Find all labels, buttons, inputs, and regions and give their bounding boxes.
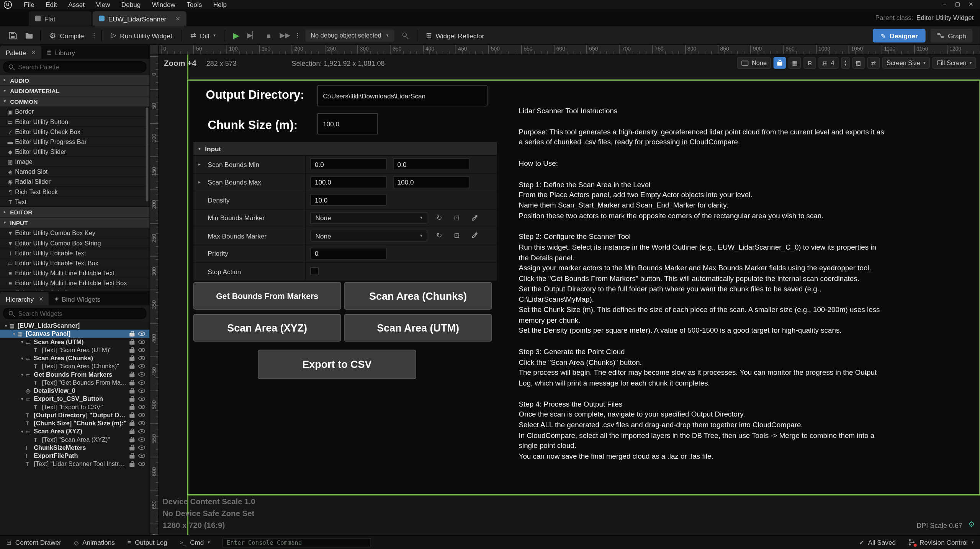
min-bounds-marker-dropdown[interactable]: None ▾ [310, 212, 427, 224]
get-bounds-button[interactable]: Get Bounds From Markers [193, 282, 341, 310]
palette-row[interactable]: I Editor Utility Editable Text [0, 248, 150, 258]
lock-icon[interactable] [129, 438, 134, 442]
palette-row[interactable]: ▼ Editor Utility Combo Box String [0, 239, 150, 248]
minimize-icon[interactable]: – [938, 0, 951, 10]
visibility-icon[interactable] [138, 397, 145, 401]
lock-icon[interactable] [129, 398, 134, 402]
menu-item[interactable]: File [18, 0, 40, 10]
lock-icon[interactable] [129, 455, 134, 459]
visibility-icon[interactable] [138, 348, 145, 352]
eyedropper-icon[interactable] [469, 230, 480, 241]
stop-action-checkbox[interactable] [310, 267, 318, 275]
visibility-icon[interactable] [138, 462, 145, 466]
hierarchy-row[interactable]: T [Output Directory] "Output Directory:" [0, 411, 150, 419]
density-input[interactable] [310, 194, 386, 206]
visibility-icon[interactable] [138, 445, 145, 449]
menu-item[interactable]: Help [208, 0, 232, 10]
visibility-icon[interactable] [138, 389, 145, 393]
expander-icon[interactable]: ▾ [198, 146, 201, 151]
palette-row[interactable]: ↕ Editor Utility Spin Box [0, 288, 150, 291]
use-selected-asset-icon[interactable]: ↻ [434, 230, 445, 241]
parent-class-value[interactable]: Editor Utility Widget [916, 14, 974, 21]
preview-background-button[interactable]: ▨ [852, 57, 865, 69]
menu-item[interactable]: Asset [62, 0, 90, 10]
menu-item[interactable]: Window [146, 0, 181, 10]
expander-icon[interactable]: ▾ [11, 331, 18, 336]
visibility-icon[interactable] [138, 405, 145, 409]
expander-icon[interactable]: ▸ [4, 88, 10, 93]
lock-icon[interactable] [129, 414, 134, 418]
advance-button[interactable]: ▶▶ [278, 28, 293, 43]
hierarchy-row[interactable]: T [Text] "Get Bounds From Markers" [0, 379, 150, 387]
designer-canvas-widget[interactable]: Output Directory: Chunk Size (m): ▾ Inpu… [187, 80, 980, 496]
hierarchy-search-input[interactable] [18, 310, 141, 317]
browse-asset-icon[interactable]: ⊡ [451, 230, 462, 241]
hierarchy-row[interactable]: ▾ ▭ Export_to_CSV_Button [0, 395, 150, 403]
visibility-icon[interactable] [138, 421, 145, 425]
lock-icon[interactable] [129, 333, 134, 337]
flip-preview-button[interactable]: ⇄ [867, 57, 880, 69]
visibility-icon[interactable] [138, 356, 145, 360]
palette-row[interactable]: ▬ Editor Utility Progress Bar [0, 137, 150, 147]
menu-item[interactable]: View [90, 0, 116, 10]
unreal-logo-icon[interactable]: U [4, 1, 12, 9]
localization-preview-dropdown[interactable]: None [737, 57, 771, 69]
scan-area-utm-button[interactable]: Scan Area (UTM) [344, 314, 492, 341]
fill-screen-dropdown[interactable]: Fill Screen ▾ [933, 57, 976, 69]
priority-input[interactable] [310, 248, 386, 260]
graph-mode-button[interactable]: Graph [930, 28, 972, 42]
browse-to-asset-button[interactable] [21, 28, 36, 43]
palette-row[interactable]: ¶ Rich Text Block [0, 187, 150, 197]
palette-row[interactable]: ◉ Radial Slider [0, 177, 150, 187]
palette-row[interactable]: ▼ Editor Utility Combo Box Key [0, 228, 150, 238]
expander-icon[interactable]: ▾ [19, 372, 26, 377]
hierarchy-row[interactable]: T [Text] "Scan Area (UTM)" [0, 346, 150, 354]
lock-viewport-button[interactable] [774, 57, 786, 69]
menu-item[interactable]: Edit [40, 0, 62, 10]
compile-options-button[interactable]: ⋮ [90, 28, 98, 43]
compile-button[interactable]: ⚙ Compile [44, 28, 89, 43]
lock-icon[interactable] [129, 430, 134, 434]
animations-button[interactable]: ◇ Animations [74, 539, 115, 546]
visibility-icon[interactable] [138, 380, 145, 384]
scan-bounds-max-x-input[interactable] [310, 176, 386, 188]
expander-icon[interactable]: ▸ [198, 180, 208, 185]
scan-area-xyz-button[interactable]: Scan Area (XYZ) [193, 314, 341, 341]
palette-row[interactable]: ▭ Editor Utility Editable Text Box [0, 258, 150, 268]
console-command-input[interactable] [223, 538, 371, 547]
tab-library[interactable]: ▤ Library [41, 46, 80, 59]
visibility-icon[interactable] [138, 437, 145, 441]
palette-row[interactable]: T Text [0, 197, 150, 207]
close-icon[interactable]: ✕ [39, 296, 43, 302]
hierarchy-row[interactable]: T [Text] "Scan Area (XYZ)" [0, 435, 150, 443]
scan-bounds-min-x-input[interactable] [310, 158, 386, 170]
palette-row[interactable]: ◈ Named Slot [0, 167, 150, 177]
expander-icon[interactable]: ▾ [4, 220, 10, 225]
visibility-icon[interactable] [138, 454, 145, 458]
lock-icon[interactable] [129, 341, 134, 345]
expander-icon[interactable]: ▸ [4, 209, 10, 214]
find-debug-instance-button[interactable] [398, 28, 413, 43]
palette-row[interactable]: ≡ Editor Utility Multi Line Editable Tex… [0, 278, 150, 288]
lock-icon[interactable] [129, 382, 134, 386]
palette-row[interactable]: ▸ EDITOR [0, 207, 150, 218]
menu-item[interactable]: Debug [116, 0, 146, 10]
menu-item[interactable]: Tools [181, 0, 208, 10]
expander-icon[interactable]: ▾ [3, 323, 10, 328]
output-log-button[interactable]: ≡ Output Log [128, 539, 167, 546]
expander-icon[interactable]: ▾ [19, 429, 26, 434]
grid-snap-dropdown[interactable]: ⊞ 4 [819, 57, 839, 69]
palette-row[interactable]: ▸ AUDIO [0, 75, 150, 86]
lock-icon[interactable] [129, 463, 134, 467]
arrow-down-icon[interactable]: ▼ [844, 63, 847, 66]
maximize-icon[interactable]: ▢ [951, 0, 964, 10]
palette-row[interactable]: ▣ Border [0, 107, 150, 117]
lock-icon[interactable] [129, 422, 134, 426]
lock-icon[interactable] [129, 447, 134, 451]
lock-icon[interactable] [129, 373, 134, 377]
tab-bind-widgets[interactable]: ◈ Bind Widgets [49, 292, 106, 305]
hierarchy-row[interactable]: ▾ ▭ Get Bounds From Markers [0, 370, 150, 378]
eyedropper-icon[interactable] [469, 212, 480, 223]
palette-row[interactable]: ▨ Image [0, 157, 150, 167]
hierarchy-row[interactable]: T [Text] "Scan Area (Chunks)" [0, 362, 150, 370]
